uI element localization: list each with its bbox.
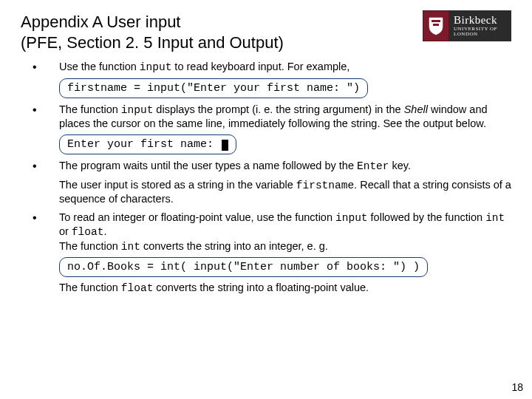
bullet-5: To read an integer or floating-point val… bbox=[27, 211, 511, 296]
text: The program waits until the user types a… bbox=[59, 160, 357, 171]
title-line-2: (PFE, Section 2. 5 Input and Output) bbox=[21, 33, 284, 52]
slide-body: Use the function input to read keyboard … bbox=[21, 60, 511, 296]
text: converts the string into an integer, e. … bbox=[140, 240, 328, 252]
text: key. bbox=[389, 160, 412, 171]
title-line-1: Appendix A User input bbox=[21, 13, 180, 31]
slide: Birkbeck UNIVERSITY OF LONDON Appendix A… bbox=[0, 0, 532, 399]
text: to read keyboard input. For example, bbox=[171, 61, 349, 72]
bullet-1: Use the function input to read keyboard … bbox=[27, 60, 511, 98]
crest-icon bbox=[423, 10, 449, 41]
code-box-1: firstname = input("Enter your first name… bbox=[59, 78, 368, 98]
inline-code: firstname bbox=[296, 180, 354, 191]
bullet-2: The function input displays the prompt (… bbox=[27, 103, 511, 154]
text: Use the function bbox=[59, 61, 140, 72]
inline-code: input bbox=[140, 61, 172, 73]
text: The function bbox=[59, 240, 121, 252]
text: The user input is stored as a string in … bbox=[59, 179, 296, 191]
text: . bbox=[103, 225, 106, 237]
code-box-3: no.Of.Books = int( input("Enter number o… bbox=[59, 257, 428, 277]
inline-code: input bbox=[335, 212, 368, 224]
code-box-2: Enter your first name: bbox=[59, 134, 236, 154]
svg-rect-1 bbox=[433, 24, 439, 26]
text: or bbox=[59, 225, 72, 237]
text: converts the string into a floating-poin… bbox=[153, 282, 369, 293]
italic-text: Shell bbox=[404, 103, 428, 115]
inline-code: Enter bbox=[357, 160, 389, 172]
page-number: 18 bbox=[511, 381, 523, 393]
bullet-3: The program waits until the user types a… bbox=[27, 159, 511, 174]
paragraph-4: The user input is stored as a string in … bbox=[27, 178, 511, 206]
svg-rect-0 bbox=[432, 20, 440, 22]
inline-code: float bbox=[72, 226, 104, 238]
birkbeck-logo: Birkbeck UNIVERSITY OF LONDON bbox=[423, 10, 511, 41]
inline-code: int bbox=[485, 212, 505, 224]
logo-text: Birkbeck bbox=[454, 15, 511, 27]
text: displays the prompt (i. e. the string ar… bbox=[153, 103, 403, 115]
inline-code: float bbox=[121, 282, 154, 294]
logo-subtext: UNIVERSITY OF LONDON bbox=[454, 27, 511, 38]
text: To read an integer or floating-point val… bbox=[59, 211, 335, 223]
inline-code: input bbox=[121, 104, 154, 116]
text: The function bbox=[59, 282, 121, 293]
code-text: Enter your first name: bbox=[67, 138, 220, 151]
cursor-icon bbox=[222, 140, 228, 151]
text: followed by the function bbox=[368, 211, 486, 223]
inline-code: int bbox=[121, 241, 140, 253]
text: The function bbox=[59, 103, 121, 115]
